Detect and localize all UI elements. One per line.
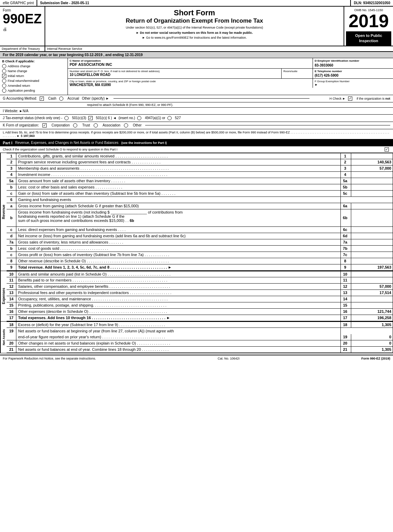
final-return-radio[interactable] (2, 79, 6, 83)
line-6d-desc: Net income or (loss) from gaming and fun… (16, 233, 340, 239)
other-radio[interactable] (124, 123, 128, 128)
line-6b-text3: sum of such gross income and contributio… (18, 218, 134, 223)
h-checkbox[interactable] (348, 97, 352, 101)
line-6c-desc: Less: direct expenses from gaming and fu… (16, 227, 340, 233)
line-7a-amount (351, 239, 393, 245)
trust-radio[interactable] (73, 123, 77, 128)
line-7b-amount (351, 246, 393, 252)
efile-label: efile GRAPHIC print (0, 0, 37, 6)
line-5c-amount (351, 191, 393, 196)
form-org-label: K Form of organization: (3, 123, 39, 127)
trust-label: Trust (82, 123, 90, 127)
line-10-amount (351, 271, 393, 277)
expenses-rows: 10 Grants and similar amounts paid (list… (7, 271, 393, 321)
amended-return-radio[interactable] (2, 84, 6, 88)
line-19-num: 19 (7, 328, 16, 334)
address-label: Number and street (or P. O. box, if mail… (70, 70, 280, 73)
accounting-label: G Accounting Method: (3, 97, 37, 100)
line-13-desc: Professional fees and other payments to … (16, 290, 340, 296)
501c3-radio[interactable] (64, 116, 69, 120)
line-6b-text2: fundraising events reported on line 1) (… (18, 214, 125, 218)
line-7a-num: 7a (7, 239, 16, 245)
corp-checkbox[interactable] (42, 123, 47, 128)
no-ssn-notice: ► Do not enter social security numbers o… (49, 31, 340, 34)
line-10-num: 10 (7, 271, 16, 277)
ein-value: 83-3933060 (315, 63, 391, 67)
under-section: Under section 501(c), 527, or 4947(a)(1)… (49, 26, 340, 29)
schedule-o-check-row: Check if the organization used Schedule … (0, 146, 393, 153)
initial-return-checkbox[interactable] (2, 74, 6, 78)
line-2-amount: 140,563 (351, 159, 393, 165)
line-12-num: 12 (7, 284, 16, 290)
line-17-amount: 196,258 (351, 315, 393, 321)
line-21-num: 21 (7, 347, 16, 353)
name-change-radio[interactable] (2, 69, 6, 73)
line-6a-box: 6a (340, 203, 351, 209)
h-check-text: if the organization is not (356, 97, 390, 100)
address-change-label: Address change (8, 64, 30, 68)
phone-label: E Telephone number (315, 70, 391, 73)
527-radio[interactable] (167, 116, 172, 120)
line-3-num-box: 3 (340, 165, 351, 171)
insert-no-label: (insert no.) (118, 116, 135, 120)
tax-status-row: J Tax-exempt status (check only one) - 5… (0, 115, 393, 122)
cash-checkbox[interactable] (40, 97, 44, 101)
line-18-amount: 1,305 (351, 322, 393, 327)
line-5a-row: 5a Gross amount from sale of assets othe… (7, 178, 393, 184)
line-14-box: 14 (340, 296, 351, 302)
part1-label: Part I (3, 141, 13, 145)
line-20-num: 20 (7, 340, 16, 346)
line-6b-desc: Gross income from fundraising events (no… (16, 209, 340, 226)
line-4-amount (351, 172, 393, 178)
application-pending-radio[interactable] (2, 88, 6, 93)
line-7a-row: 7a Gross sales of inventory, less return… (7, 239, 393, 246)
line-21-amount: 1,305 (351, 347, 393, 353)
net-assets-section: Net Assets 18 Excess or (deficit) for th… (0, 321, 393, 353)
line-19b-num (7, 334, 16, 340)
line-6b-amount (351, 209, 393, 226)
room-label: Room/suite (283, 70, 311, 73)
4947-label: 4947(a)(1) or (145, 116, 165, 120)
part1-header: Part I Revenue, Expenses, and Changes in… (0, 140, 393, 146)
line-10-box: 10 (340, 271, 351, 277)
line-6d-box: 6d (340, 233, 351, 239)
line-9-amount: 197,563 (351, 264, 393, 270)
name-change-item: Name change (2, 69, 65, 73)
line-9-box: 9 (340, 264, 351, 270)
line-5a-amount (351, 178, 393, 184)
line-6-num: 6 (7, 197, 16, 203)
submission-date: Submission Date - 2020-05-11 (37, 0, 351, 6)
assoc-radio[interactable] (94, 123, 98, 128)
4947-radio[interactable] (137, 116, 141, 120)
group-exemption-label: F Group Exemption Number (315, 80, 391, 83)
line-6d-row: d Net income or (loss) from gaming and f… (7, 233, 393, 239)
city-value: WINCHESTER, MA 01890 (70, 83, 311, 87)
line-11-amount (351, 277, 393, 283)
line-2-num: 2 (7, 159, 16, 165)
line-7b-num: b (7, 246, 16, 252)
line-5c-num: c (7, 191, 16, 196)
line-20-row: 20 Other changes in net assets or fund b… (7, 340, 393, 347)
line-3-amount: 57,000 (351, 165, 393, 171)
schedule-o-checkbox[interactable] (385, 147, 389, 152)
line-7c-row: c Gross profit or (loss) from sales of i… (7, 252, 393, 258)
line-5b-amount (351, 184, 393, 190)
line-19-desc: Net assets or fund balances at beginning… (16, 328, 340, 334)
line-6a-desc: Gross income from gaming (attach Schedul… (16, 203, 340, 209)
address-change-radio[interactable] (2, 64, 6, 68)
line-19b-desc: end-of-year figure reported on prior yea… (16, 334, 340, 340)
line-2-num-box: 2 (340, 159, 351, 165)
line-19-amount: 0 (351, 334, 393, 340)
line-7a-desc: Gross sales of inventory, less returns a… (16, 239, 340, 245)
initial-return-item: Initial return (2, 74, 65, 78)
501c6-checkbox[interactable] (88, 116, 93, 120)
line-1-value: 1 (340, 153, 351, 159)
line-4-num-box: 4 (340, 172, 351, 178)
line-6c-row: c Less: direct expenses from gaming and … (7, 227, 393, 233)
line-21-box: 21 (340, 347, 351, 353)
line-11-row: 11 Benefits paid to or for members . . .… (7, 277, 393, 284)
line-5a-desc: Gross amount from sale of assets other t… (16, 178, 340, 184)
accrual-radio[interactable] (59, 97, 63, 101)
line-7b-row: b Less: cost of goods sold . . . . . . .… (7, 246, 393, 252)
line-15-desc: Printing, publications, postage, and shi… (16, 302, 340, 308)
